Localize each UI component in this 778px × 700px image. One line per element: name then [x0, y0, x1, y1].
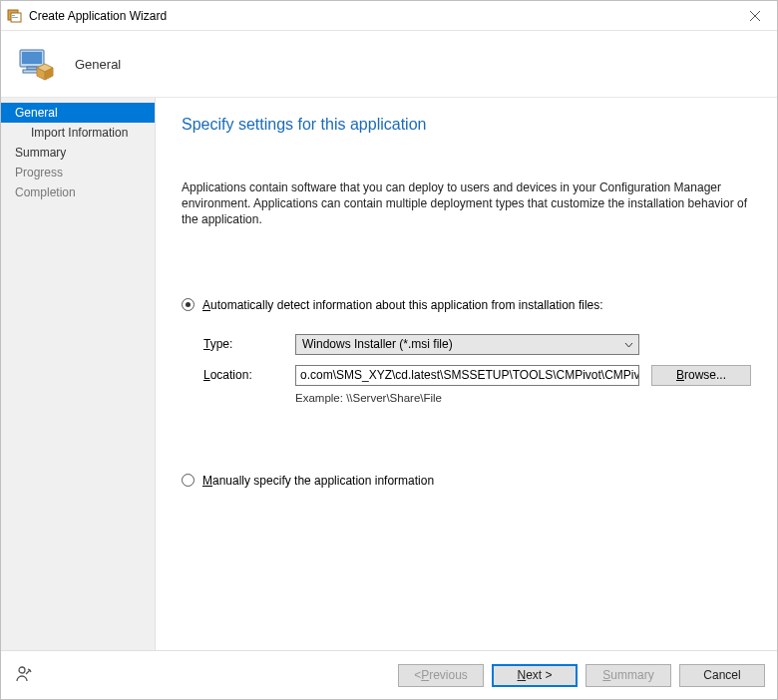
- wizard-body: General Import Information Summary Progr…: [1, 98, 777, 650]
- radio-manual-specify[interactable]: Manually specify the application informa…: [182, 474, 751, 488]
- page-name: General: [75, 57, 121, 72]
- svg-point-13: [19, 667, 25, 673]
- sidebar-item-summary[interactable]: Summary: [1, 143, 155, 163]
- footer: < Previous Next > Summary Cancel: [1, 650, 777, 699]
- sidebar-item-general[interactable]: General: [1, 103, 155, 123]
- summary-button: Summary: [585, 664, 671, 687]
- chevron-down-icon: [624, 339, 633, 353]
- radio-icon: [182, 298, 194, 311]
- radio-manual-label: Manually specify the application informa…: [202, 474, 434, 488]
- svg-rect-7: [22, 52, 42, 64]
- radio-icon: [182, 474, 194, 487]
- content-pane: Specify settings for this application Ap…: [156, 98, 777, 650]
- person-icon[interactable]: [15, 665, 35, 685]
- type-label: Type:: [203, 337, 283, 351]
- app-icon: [7, 8, 23, 24]
- titlebar: Create Application Wizard: [1, 1, 777, 31]
- sidebar-item-import-information[interactable]: Import Information: [1, 123, 155, 143]
- previous-button: < Previous: [398, 664, 484, 687]
- location-example: Example: \\Server\Share\File: [295, 392, 639, 404]
- install-file-form: Type: Windows Installer (*.msi file) Loc…: [203, 334, 751, 404]
- svg-rect-3: [12, 17, 18, 18]
- close-button[interactable]: [732, 1, 777, 30]
- sidebar-item-completion[interactable]: Completion: [1, 182, 155, 202]
- browse-button[interactable]: Browse...: [651, 365, 751, 386]
- page-description: Applications contain software that you c…: [182, 179, 751, 228]
- window-title: Create Application Wizard: [29, 9, 732, 23]
- sidebar-item-progress[interactable]: Progress: [1, 163, 155, 182]
- next-button[interactable]: Next >: [492, 664, 578, 687]
- header-band: General: [1, 31, 777, 98]
- location-label: Location:: [203, 368, 283, 382]
- radio-auto-detect[interactable]: Automatically detect information about t…: [182, 298, 751, 312]
- page-heading: Specify settings for this application: [182, 116, 751, 134]
- radio-auto-label: Automatically detect information about t…: [202, 298, 603, 312]
- cancel-button[interactable]: Cancel: [679, 664, 765, 687]
- sidebar: General Import Information Summary Progr…: [1, 98, 156, 650]
- type-combobox[interactable]: Windows Installer (*.msi file): [295, 334, 639, 355]
- location-input[interactable]: o.com\SMS_XYZ\cd.latest\SMSSETUP\TOOLS\C…: [295, 365, 639, 386]
- svg-rect-2: [12, 15, 15, 16]
- computer-box-icon: [17, 44, 57, 84]
- wizard-window: Create Application Wizard General Genera…: [0, 0, 778, 700]
